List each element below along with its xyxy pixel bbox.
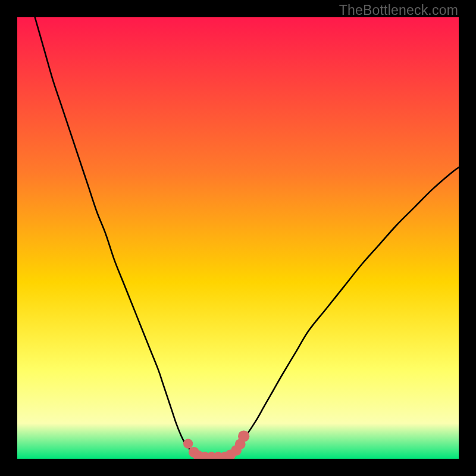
chart-frame: TheBottleneck.com: [0, 0, 476, 476]
plot-area: [17, 17, 459, 459]
marker-dot: [183, 439, 193, 449]
watermark-text: TheBottleneck.com: [339, 2, 458, 18]
chart-svg: [17, 17, 459, 459]
gradient-background: [17, 17, 459, 459]
marker-dot: [238, 431, 249, 442]
